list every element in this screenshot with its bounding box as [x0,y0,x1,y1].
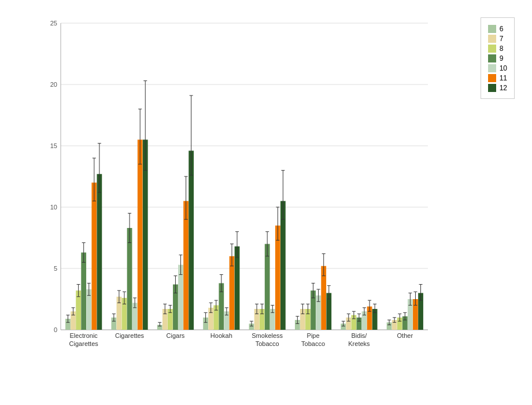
legend-color-swatch [488,64,496,72]
svg-rect-122 [230,256,235,330]
legend-color-swatch [488,45,496,53]
legend-color-swatch [488,54,496,62]
legend-label: 7 [500,35,504,43]
svg-rect-97 [189,150,194,330]
svg-text:Kreteks: Kreteks [348,340,370,347]
svg-text:10: 10 [50,204,57,211]
svg-rect-93 [183,201,189,330]
legend: 6789101112 [481,17,515,99]
svg-rect-151 [275,226,280,330]
bar-chart: 0510152025ElectronicCigarettesCigarettes… [35,12,520,365]
svg-text:0: 0 [54,326,57,333]
legend-color-swatch [488,84,496,92]
legend-color-swatch [488,25,496,33]
svg-text:Tobacco: Tobacco [256,340,279,347]
svg-rect-126 [235,246,240,330]
legend-label: 10 [500,64,507,72]
legend-item: 11 [488,74,507,82]
svg-text:Pipe: Pipe [307,332,320,339]
svg-rect-64 [138,139,143,330]
svg-text:Cigarettes: Cigarettes [115,332,145,339]
legend-item: 7 [488,35,507,43]
svg-text:Cigars: Cigars [167,332,185,339]
svg-text:Bidis/: Bidis/ [351,332,367,339]
svg-text:Hookah: Hookah [210,332,232,339]
chart-area: 0510152025ElectronicCigarettesCigarettes… [35,12,520,365]
svg-text:20: 20 [50,81,57,88]
svg-rect-143 [265,244,270,330]
svg-text:Tobacco: Tobacco [301,340,325,347]
svg-text:Electronic: Electronic [70,332,98,339]
legend-color-swatch [488,74,496,82]
svg-rect-38 [97,174,102,330]
svg-rect-34 [91,183,97,330]
legend-label: 8 [500,45,504,53]
svg-text:5: 5 [54,265,57,272]
svg-text:25: 25 [50,20,57,27]
legend-label: 6 [500,25,504,33]
svg-rect-26 [81,252,86,330]
legend-label: 9 [500,54,504,62]
legend-item: 6 [488,25,507,33]
svg-rect-155 [280,201,286,330]
legend-item: 12 [488,84,507,92]
legend-label: 12 [500,84,507,92]
svg-text:Other: Other [397,332,413,339]
legend-color-swatch [488,35,496,43]
chart-container: 0510152025ElectronicCigarettesCigarettes… [0,0,532,405]
svg-text:Cigarettes: Cigarettes [69,340,99,347]
svg-rect-56 [127,228,132,330]
legend-label: 11 [500,74,507,82]
legend-item: 9 [488,54,507,62]
svg-text:15: 15 [50,142,57,149]
legend-item: 10 [488,64,507,72]
legend-item: 8 [488,45,507,53]
svg-text:Smokeless: Smokeless [252,332,283,339]
